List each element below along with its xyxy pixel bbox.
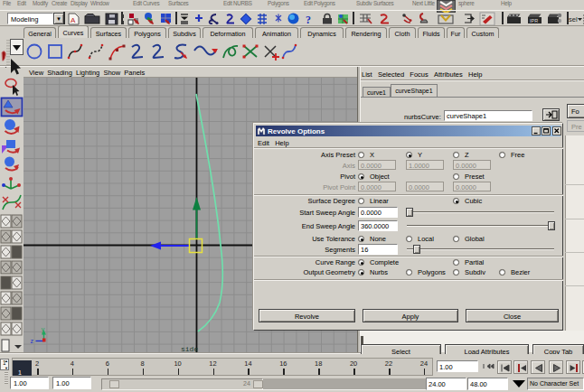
- svg-text:y: y: [42, 326, 45, 333]
- svg-text:sel: sel: [569, 15, 578, 23]
- svg-text:z: z: [31, 338, 34, 344]
- svg-text:side: side: [181, 345, 198, 352]
- svg-text:A: A: [71, 16, 76, 24]
- svg-text:IPR: IPR: [530, 18, 538, 23]
- svg-text:?: ?: [306, 14, 311, 26]
